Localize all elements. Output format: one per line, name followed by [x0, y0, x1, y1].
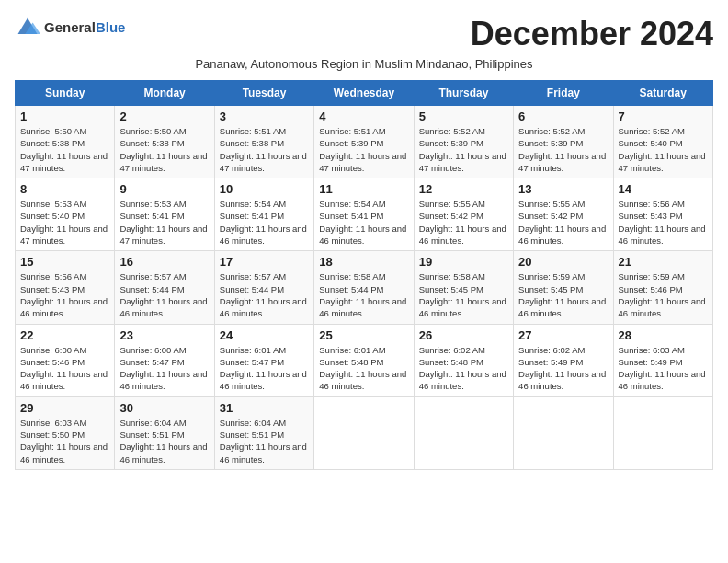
day-info: Sunrise: 5:57 AM Sunset: 5:44 PM Dayligh…	[220, 270, 309, 319]
day-info: Sunrise: 5:54 AM Sunset: 5:41 PM Dayligh…	[220, 198, 309, 247]
day-number: 3	[220, 109, 309, 123]
day-info: Sunrise: 6:01 AM Sunset: 5:47 PM Dayligh…	[220, 344, 309, 393]
day-info: Sunrise: 5:53 AM Sunset: 5:41 PM Dayligh…	[119, 198, 209, 247]
day-number: 19	[419, 255, 508, 269]
day-number: 30	[119, 401, 209, 415]
header-row: SundayMondayTuesdayWednesdayThursdayFrid…	[16, 81, 713, 106]
logo-blue: Blue	[96, 19, 126, 35]
day-number: 16	[119, 255, 209, 269]
day-info: Sunrise: 5:53 AM Sunset: 5:40 PM Dayligh…	[20, 198, 109, 247]
day-number: 31	[220, 401, 309, 415]
day-info: Sunrise: 5:58 AM Sunset: 5:44 PM Dayligh…	[319, 270, 408, 319]
header: GeneralBlue December 2024	[15, 15, 713, 53]
day-number: 9	[119, 182, 209, 196]
day-cell: 16Sunrise: 5:57 AM Sunset: 5:44 PM Dayli…	[115, 251, 214, 324]
week-row-2: 8Sunrise: 5:53 AM Sunset: 5:40 PM Daylig…	[16, 178, 713, 251]
day-cell: 13Sunrise: 5:55 AM Sunset: 5:42 PM Dayli…	[514, 178, 613, 251]
day-cell: 28Sunrise: 6:03 AM Sunset: 5:49 PM Dayli…	[613, 324, 712, 396]
day-cell: 9Sunrise: 5:53 AM Sunset: 5:41 PM Daylig…	[115, 178, 214, 251]
day-info: Sunrise: 6:03 AM Sunset: 5:50 PM Dayligh…	[20, 417, 109, 465]
day-cell	[514, 396, 613, 469]
day-cell: 8Sunrise: 5:53 AM Sunset: 5:40 PM Daylig…	[16, 178, 115, 251]
day-info: Sunrise: 6:00 AM Sunset: 5:47 PM Dayligh…	[119, 344, 209, 393]
month-title: December 2024	[471, 15, 713, 53]
week-row-3: 15Sunrise: 5:56 AM Sunset: 5:43 PM Dayli…	[16, 251, 713, 324]
day-cell: 20Sunrise: 5:59 AM Sunset: 5:45 PM Dayli…	[514, 251, 613, 324]
day-cell: 22Sunrise: 6:00 AM Sunset: 5:46 PM Dayli…	[16, 324, 115, 396]
week-row-5: 29Sunrise: 6:03 AM Sunset: 5:50 PM Dayli…	[16, 396, 713, 469]
day-cell: 14Sunrise: 5:56 AM Sunset: 5:43 PM Dayli…	[613, 178, 712, 251]
day-info: Sunrise: 5:51 AM Sunset: 5:39 PM Dayligh…	[319, 125, 408, 174]
day-info: Sunrise: 5:55 AM Sunset: 5:42 PM Dayligh…	[518, 198, 608, 247]
day-cell: 7Sunrise: 5:52 AM Sunset: 5:40 PM Daylig…	[613, 106, 712, 178]
day-info: Sunrise: 6:00 AM Sunset: 5:46 PM Dayligh…	[20, 344, 109, 393]
day-cell	[613, 396, 712, 469]
day-cell: 6Sunrise: 5:52 AM Sunset: 5:39 PM Daylig…	[514, 106, 613, 178]
day-number: 18	[319, 255, 408, 269]
day-number: 5	[419, 109, 508, 123]
day-info: Sunrise: 5:57 AM Sunset: 5:44 PM Dayligh…	[119, 270, 209, 319]
day-info: Sunrise: 5:56 AM Sunset: 5:43 PM Dayligh…	[20, 270, 109, 319]
day-info: Sunrise: 5:50 AM Sunset: 5:38 PM Dayligh…	[119, 125, 209, 174]
day-info: Sunrise: 5:56 AM Sunset: 5:43 PM Dayligh…	[619, 198, 708, 247]
day-number: 10	[220, 182, 309, 196]
day-info: Sunrise: 6:01 AM Sunset: 5:48 PM Dayligh…	[319, 344, 408, 393]
day-cell: 12Sunrise: 5:55 AM Sunset: 5:42 PM Dayli…	[414, 178, 513, 251]
day-cell: 25Sunrise: 6:01 AM Sunset: 5:48 PM Dayli…	[314, 324, 414, 396]
day-cell: 1Sunrise: 5:50 AM Sunset: 5:38 PM Daylig…	[16, 106, 115, 178]
day-cell: 10Sunrise: 5:54 AM Sunset: 5:41 PM Dayli…	[214, 178, 313, 251]
day-header-thursday: Thursday	[414, 81, 513, 106]
day-number: 28	[619, 328, 708, 342]
day-number: 8	[20, 182, 109, 196]
day-cell: 21Sunrise: 5:59 AM Sunset: 5:46 PM Dayli…	[613, 251, 712, 324]
day-cell: 27Sunrise: 6:02 AM Sunset: 5:49 PM Dayli…	[514, 324, 613, 396]
day-number: 23	[119, 328, 209, 342]
day-number: 22	[20, 328, 109, 342]
day-cell: 2Sunrise: 5:50 AM Sunset: 5:38 PM Daylig…	[115, 106, 214, 178]
day-number: 11	[319, 182, 408, 196]
day-cell: 11Sunrise: 5:54 AM Sunset: 5:41 PM Dayli…	[314, 178, 414, 251]
day-info: Sunrise: 5:54 AM Sunset: 5:41 PM Dayligh…	[319, 198, 408, 247]
day-number: 13	[518, 182, 608, 196]
day-header-saturday: Saturday	[613, 81, 712, 106]
week-row-4: 22Sunrise: 6:00 AM Sunset: 5:46 PM Dayli…	[16, 324, 713, 396]
day-info: Sunrise: 6:04 AM Sunset: 5:51 PM Dayligh…	[119, 417, 209, 465]
day-info: Sunrise: 6:02 AM Sunset: 5:49 PM Dayligh…	[518, 344, 608, 393]
day-number: 2	[119, 109, 209, 123]
day-cell: 5Sunrise: 5:52 AM Sunset: 5:39 PM Daylig…	[414, 106, 513, 178]
day-info: Sunrise: 5:59 AM Sunset: 5:45 PM Dayligh…	[518, 270, 608, 319]
day-number: 15	[20, 255, 109, 269]
day-number: 1	[20, 109, 109, 123]
day-header-friday: Friday	[514, 81, 613, 106]
day-cell	[414, 396, 513, 469]
day-cell: 18Sunrise: 5:58 AM Sunset: 5:44 PM Dayli…	[314, 251, 414, 324]
logo-general: General	[44, 19, 96, 35]
day-number: 21	[619, 255, 708, 269]
day-info: Sunrise: 5:58 AM Sunset: 5:45 PM Dayligh…	[419, 270, 508, 319]
day-number: 26	[419, 328, 508, 342]
day-cell: 4Sunrise: 5:51 AM Sunset: 5:39 PM Daylig…	[314, 106, 414, 178]
day-cell: 29Sunrise: 6:03 AM Sunset: 5:50 PM Dayli…	[16, 396, 115, 469]
logo: GeneralBlue	[15, 15, 125, 40]
day-cell: 24Sunrise: 6:01 AM Sunset: 5:47 PM Dayli…	[214, 324, 313, 396]
day-cell: 15Sunrise: 5:56 AM Sunset: 5:43 PM Dayli…	[16, 251, 115, 324]
day-header-sunday: Sunday	[16, 81, 115, 106]
day-number: 7	[619, 109, 708, 123]
day-info: Sunrise: 5:59 AM Sunset: 5:46 PM Dayligh…	[619, 270, 708, 319]
day-info: Sunrise: 6:02 AM Sunset: 5:48 PM Dayligh…	[419, 344, 508, 393]
day-info: Sunrise: 5:51 AM Sunset: 5:38 PM Dayligh…	[220, 125, 309, 174]
day-number: 17	[220, 255, 309, 269]
subtitle: Pananaw, Autonomous Region in Muslim Min…	[15, 57, 713, 71]
day-number: 25	[319, 328, 408, 342]
day-number: 14	[619, 182, 708, 196]
week-row-1: 1Sunrise: 5:50 AM Sunset: 5:38 PM Daylig…	[16, 106, 713, 178]
day-number: 24	[220, 328, 309, 342]
day-info: Sunrise: 5:52 AM Sunset: 5:39 PM Dayligh…	[419, 125, 508, 174]
day-cell: 3Sunrise: 5:51 AM Sunset: 5:38 PM Daylig…	[214, 106, 313, 178]
day-header-wednesday: Wednesday	[314, 81, 414, 106]
day-header-monday: Monday	[115, 81, 214, 106]
day-cell: 31Sunrise: 6:04 AM Sunset: 5:51 PM Dayli…	[214, 396, 313, 469]
day-cell	[314, 396, 414, 469]
logo-icon	[15, 15, 40, 40]
day-info: Sunrise: 6:03 AM Sunset: 5:49 PM Dayligh…	[619, 344, 708, 393]
